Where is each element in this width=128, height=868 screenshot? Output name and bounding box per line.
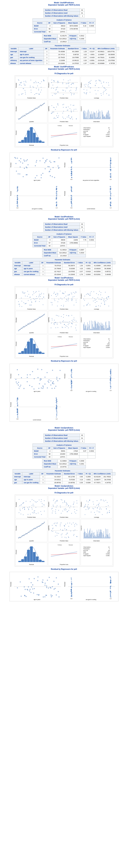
svg-point-66	[66, 84, 67, 84]
svg-point-1281	[93, 501, 93, 502]
svg-point-184	[25, 116, 26, 116]
svg-point-1488	[43, 580, 43, 580]
svg-point-215	[42, 105, 42, 105]
svg-rect-339	[24, 137, 27, 143]
svg-text:Fit-Mean: Fit-Mean	[58, 125, 62, 126]
svg-point-381	[27, 167, 27, 168]
svg-point-237	[71, 110, 72, 111]
anova-title: Analysis of Variance	[33, 232, 95, 236]
svg-point-1133	[32, 499, 32, 500]
svg-point-32	[34, 83, 35, 83]
svg-point-816	[72, 323, 73, 324]
regressor-plot: 0.01.0current wheeze Residual	[65, 182, 118, 210]
svg-point-640	[36, 296, 37, 297]
svg-point-1029	[110, 385, 111, 385]
svg-point-256	[69, 117, 69, 118]
svg-point-1519	[37, 580, 38, 581]
svg-point-759	[106, 298, 107, 299]
svg-point-1200	[65, 510, 65, 510]
svg-point-584	[110, 204, 111, 205]
svg-point-803	[40, 317, 41, 318]
svg-point-1329	[39, 526, 39, 527]
y-axis-label: Percent	[15, 131, 17, 135]
svg-point-1199	[64, 509, 65, 509]
x-axis-label: Proportion Less	[60, 145, 68, 146]
diag-panel-hist: ResidualPercent	[15, 543, 47, 566]
svg-point-29	[19, 84, 20, 85]
svg-point-1348	[65, 526, 65, 527]
svg-point-994	[19, 388, 19, 389]
svg-point-955	[32, 386, 32, 387]
svg-point-264	[74, 109, 74, 110]
svg-point-483	[17, 186, 18, 187]
svg-point-850	[69, 321, 70, 322]
svg-point-1126	[24, 502, 24, 503]
obs-missing-label: Number of Observations with Missing Valu…	[44, 229, 80, 231]
svg-point-718	[104, 303, 105, 303]
svg-point-1248	[98, 506, 99, 506]
svg-point-1273	[99, 509, 100, 509]
svg-point-236	[54, 107, 54, 108]
diag-panel-sl: Predicted Valuesqrt|RSE|	[48, 519, 80, 542]
svg-point-756	[89, 294, 89, 294]
svg-point-1374	[62, 537, 62, 537]
svg-point-840	[76, 330, 77, 330]
svg-point-364	[54, 177, 55, 178]
svg-point-1306	[27, 533, 27, 534]
svg-point-354	[49, 166, 49, 167]
svg-rect-1461	[33, 552, 36, 562]
svg-point-714	[98, 294, 99, 295]
svg-point-1127	[19, 513, 19, 513]
svg-point-179	[22, 116, 23, 116]
svg-rect-933	[33, 344, 36, 354]
svg-point-1179	[55, 509, 56, 510]
svg-point-1041	[110, 369, 111, 370]
svg-point-1258	[98, 504, 98, 505]
regressor-x-label: current wheeze	[87, 208, 95, 209]
svg-point-1507	[29, 591, 30, 591]
svg-point-229	[53, 107, 54, 107]
svg-point-845	[68, 328, 69, 328]
svg-point-1151	[34, 510, 35, 511]
svg-point-1185	[69, 510, 69, 510]
x-axis-label: Predicted Value	[60, 309, 68, 310]
svg-point-34	[21, 82, 22, 83]
svg-point-767	[21, 328, 21, 329]
svg-point-2	[37, 93, 37, 94]
svg-point-741	[105, 301, 106, 301]
regressor-y-label: Residual	[64, 163, 66, 167]
svg-point-993	[38, 369, 38, 369]
svg-point-1232	[53, 505, 53, 505]
svg-point-1380	[74, 524, 75, 525]
svg-point-942	[45, 384, 45, 384]
svg-point-729	[99, 299, 99, 300]
svg-point-160	[102, 86, 103, 86]
svg-point-1269	[94, 512, 95, 513]
svg-point-380	[43, 158, 43, 158]
svg-point-742	[96, 299, 96, 300]
svg-point-171	[18, 119, 19, 119]
svg-point-1484	[29, 579, 30, 579]
svg-point-863	[72, 315, 72, 316]
svg-point-1072	[17, 404, 18, 405]
y-axis-label: Cook's D	[81, 317, 82, 322]
svg-point-782	[29, 324, 30, 325]
svg-point-788	[32, 321, 33, 322]
svg-point-157	[84, 89, 84, 90]
svg-point-363	[18, 174, 18, 174]
svg-point-659	[66, 296, 66, 296]
svg-point-829	[54, 323, 54, 324]
svg-point-1272	[95, 507, 95, 507]
anova-header: Mean Square	[67, 236, 79, 239]
diag-panel-hist: ResidualPercent	[15, 123, 47, 146]
svg-point-69	[53, 88, 54, 89]
svg-point-1025	[71, 389, 72, 389]
regressor-panel: age in years Residual0.01.0use gas for c…	[9, 364, 119, 422]
svg-point-1282	[102, 514, 102, 515]
svg-point-1342	[51, 530, 52, 531]
svg-point-575	[110, 186, 111, 187]
diag-title: Model: UseAllPredictors	[2, 66, 126, 68]
anova-header: Sum of Squares	[52, 236, 67, 239]
svg-point-734	[108, 297, 108, 297]
svg-point-8	[41, 87, 41, 88]
